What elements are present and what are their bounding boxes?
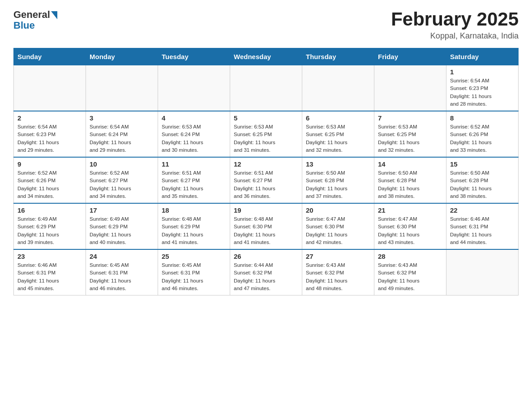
calendar-title: February 2025 — [391, 9, 519, 30]
day-number: 24 — [90, 253, 154, 260]
logo-arrow-icon — [51, 11, 57, 19]
day-cell: 26Sunrise: 6:44 AM Sunset: 6:32 PM Dayli… — [230, 249, 302, 295]
day-cell: 23Sunrise: 6:46 AM Sunset: 6:31 PM Dayli… — [14, 249, 86, 295]
day-info: Sunrise: 6:44 AM Sunset: 6:32 PM Dayligh… — [234, 261, 298, 292]
day-info: Sunrise: 6:52 AM Sunset: 6:26 PM Dayligh… — [450, 123, 515, 154]
day-info: Sunrise: 6:52 AM Sunset: 6:27 PM Dayligh… — [90, 169, 154, 200]
day-header-saturday: Saturday — [446, 48, 519, 65]
day-info: Sunrise: 6:50 AM Sunset: 6:28 PM Dayligh… — [450, 169, 515, 200]
day-info: Sunrise: 6:46 AM Sunset: 6:31 PM Dayligh… — [450, 215, 515, 246]
day-cell: 28Sunrise: 6:43 AM Sunset: 6:32 PM Dayli… — [374, 249, 446, 295]
day-number: 5 — [234, 114, 298, 122]
day-cell: 21Sunrise: 6:47 AM Sunset: 6:30 PM Dayli… — [374, 203, 446, 249]
day-number: 13 — [306, 160, 370, 168]
day-header-wednesday: Wednesday — [230, 48, 302, 65]
day-cell: 15Sunrise: 6:50 AM Sunset: 6:28 PM Dayli… — [446, 157, 519, 203]
day-header-tuesday: Tuesday — [158, 48, 230, 65]
day-info: Sunrise: 6:54 AM Sunset: 6:24 PM Dayligh… — [90, 123, 154, 154]
day-cell: 14Sunrise: 6:50 AM Sunset: 6:28 PM Dayli… — [374, 157, 446, 203]
day-number: 10 — [90, 160, 154, 168]
day-number: 17 — [90, 206, 154, 214]
day-header-sunday: Sunday — [14, 48, 86, 65]
day-number: 15 — [450, 160, 515, 168]
day-number: 22 — [450, 206, 515, 214]
day-cell — [158, 65, 230, 111]
day-info: Sunrise: 6:53 AM Sunset: 6:25 PM Dayligh… — [378, 123, 442, 154]
day-info: Sunrise: 6:45 AM Sunset: 6:31 PM Dayligh… — [162, 261, 226, 292]
day-cell — [86, 65, 158, 111]
day-info: Sunrise: 6:51 AM Sunset: 6:27 PM Dayligh… — [234, 169, 298, 200]
day-number: 1 — [450, 68, 515, 76]
calendar-subtitle: Koppal, Karnataka, India — [391, 31, 519, 41]
day-cell: 25Sunrise: 6:45 AM Sunset: 6:31 PM Dayli… — [158, 249, 230, 295]
day-cell: 9Sunrise: 6:52 AM Sunset: 6:26 PM Daylig… — [14, 157, 86, 203]
day-number: 16 — [17, 206, 82, 214]
day-number: 9 — [17, 160, 82, 168]
day-header-friday: Friday — [374, 48, 446, 65]
day-info: Sunrise: 6:54 AM Sunset: 6:23 PM Dayligh… — [17, 123, 82, 154]
day-cell: 4Sunrise: 6:53 AM Sunset: 6:24 PM Daylig… — [158, 111, 230, 157]
day-info: Sunrise: 6:54 AM Sunset: 6:23 PM Dayligh… — [450, 77, 515, 108]
day-info: Sunrise: 6:49 AM Sunset: 6:29 PM Dayligh… — [90, 215, 154, 246]
day-cell: 7Sunrise: 6:53 AM Sunset: 6:25 PM Daylig… — [374, 111, 446, 157]
day-cell: 17Sunrise: 6:49 AM Sunset: 6:29 PM Dayli… — [86, 203, 158, 249]
day-cell — [230, 65, 302, 111]
day-info: Sunrise: 6:50 AM Sunset: 6:28 PM Dayligh… — [378, 169, 442, 200]
day-number: 3 — [90, 114, 154, 122]
day-cell: 1Sunrise: 6:54 AM Sunset: 6:23 PM Daylig… — [446, 65, 519, 111]
title-section: February 2025 Koppal, Karnataka, India — [391, 9, 519, 41]
day-number: 23 — [17, 253, 82, 260]
day-info: Sunrise: 6:50 AM Sunset: 6:28 PM Dayligh… — [306, 169, 370, 200]
day-number: 26 — [234, 253, 298, 260]
day-cell: 2Sunrise: 6:54 AM Sunset: 6:23 PM Daylig… — [14, 111, 86, 157]
day-cell: 27Sunrise: 6:43 AM Sunset: 6:32 PM Dayli… — [302, 249, 374, 295]
header-row: SundayMondayTuesdayWednesdayThursdayFrid… — [14, 48, 519, 65]
day-number: 2 — [17, 114, 82, 122]
day-cell: 24Sunrise: 6:45 AM Sunset: 6:31 PM Dayli… — [86, 249, 158, 295]
day-cell: 22Sunrise: 6:46 AM Sunset: 6:31 PM Dayli… — [446, 203, 519, 249]
page-header: General Blue February 2025 Koppal, Karna… — [13, 9, 519, 41]
day-info: Sunrise: 6:53 AM Sunset: 6:25 PM Dayligh… — [306, 123, 370, 154]
day-number: 27 — [306, 253, 370, 260]
day-number: 21 — [378, 206, 442, 214]
day-number: 19 — [234, 206, 298, 214]
day-number: 4 — [162, 114, 226, 122]
day-number: 8 — [450, 114, 515, 122]
day-info: Sunrise: 6:47 AM Sunset: 6:30 PM Dayligh… — [378, 215, 442, 246]
day-cell: 6Sunrise: 6:53 AM Sunset: 6:25 PM Daylig… — [302, 111, 374, 157]
day-number: 28 — [378, 253, 442, 260]
day-info: Sunrise: 6:43 AM Sunset: 6:32 PM Dayligh… — [378, 261, 442, 292]
day-header-thursday: Thursday — [302, 48, 374, 65]
week-row-4: 16Sunrise: 6:49 AM Sunset: 6:29 PM Dayli… — [14, 203, 519, 249]
day-cell: 20Sunrise: 6:47 AM Sunset: 6:30 PM Dayli… — [302, 203, 374, 249]
week-row-1: 1Sunrise: 6:54 AM Sunset: 6:23 PM Daylig… — [14, 65, 519, 111]
day-cell — [446, 249, 519, 295]
day-cell: 5Sunrise: 6:53 AM Sunset: 6:25 PM Daylig… — [230, 111, 302, 157]
day-number: 6 — [306, 114, 370, 122]
day-cell: 10Sunrise: 6:52 AM Sunset: 6:27 PM Dayli… — [86, 157, 158, 203]
week-row-2: 2Sunrise: 6:54 AM Sunset: 6:23 PM Daylig… — [14, 111, 519, 157]
day-info: Sunrise: 6:52 AM Sunset: 6:26 PM Dayligh… — [17, 169, 82, 200]
week-row-3: 9Sunrise: 6:52 AM Sunset: 6:26 PM Daylig… — [14, 157, 519, 203]
day-number: 25 — [162, 253, 226, 260]
day-info: Sunrise: 6:49 AM Sunset: 6:29 PM Dayligh… — [17, 215, 82, 246]
day-info: Sunrise: 6:48 AM Sunset: 6:29 PM Dayligh… — [162, 215, 226, 246]
day-info: Sunrise: 6:53 AM Sunset: 6:25 PM Dayligh… — [234, 123, 298, 154]
day-cell: 8Sunrise: 6:52 AM Sunset: 6:26 PM Daylig… — [446, 111, 519, 157]
logo-general-text: General — [13, 9, 50, 21]
week-row-5: 23Sunrise: 6:46 AM Sunset: 6:31 PM Dayli… — [14, 249, 519, 295]
day-number: 11 — [162, 160, 226, 168]
day-header-monday: Monday — [86, 48, 158, 65]
logo-blue-text: Blue — [13, 20, 57, 31]
logo: General Blue — [13, 9, 57, 31]
day-number: 7 — [378, 114, 442, 122]
day-number: 14 — [378, 160, 442, 168]
day-info: Sunrise: 6:45 AM Sunset: 6:31 PM Dayligh… — [90, 261, 154, 292]
day-number: 18 — [162, 206, 226, 214]
day-info: Sunrise: 6:47 AM Sunset: 6:30 PM Dayligh… — [306, 215, 370, 246]
day-cell: 18Sunrise: 6:48 AM Sunset: 6:29 PM Dayli… — [158, 203, 230, 249]
day-cell — [374, 65, 446, 111]
day-cell: 16Sunrise: 6:49 AM Sunset: 6:29 PM Dayli… — [14, 203, 86, 249]
day-cell: 13Sunrise: 6:50 AM Sunset: 6:28 PM Dayli… — [302, 157, 374, 203]
day-info: Sunrise: 6:51 AM Sunset: 6:27 PM Dayligh… — [162, 169, 226, 200]
